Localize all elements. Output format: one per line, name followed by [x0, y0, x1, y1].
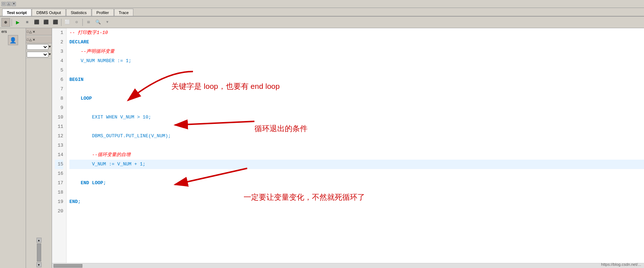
- minimize-icon[interactable]: □: [1, 2, 6, 6]
- dropdown-1-arrow[interactable]: ▼: [49, 45, 51, 49]
- code-line-15: V_NUM := V_NUM + 1;: [69, 160, 644, 169]
- pause-button[interactable]: ⬛: [32, 18, 41, 27]
- code-line-5: [69, 66, 644, 75]
- inspect-icon[interactable]: ⬜: [63, 18, 72, 27]
- dropdown-arrow-icon[interactable]: ▼: [103, 18, 112, 27]
- toolbar-sep2: [61, 19, 61, 26]
- sidebar-label: ers: [0, 30, 26, 34]
- sub-panel-header-2: □ △ ✕: [26, 36, 52, 43]
- step-into-button[interactable]: ⬛: [51, 18, 60, 27]
- code-line-7: [69, 85, 644, 94]
- toolbar-sep1: [12, 19, 12, 26]
- code-kw-begin: BEGIN: [69, 75, 83, 85]
- code-lines[interactable]: -- 打印数字1-10 DECLARE --声明循环变量 V_NUM NUMBE…: [66, 28, 644, 263]
- title-bar-icons[interactable]: □ △ ✕: [1, 2, 16, 6]
- dropdown-2[interactable]: [27, 52, 48, 57]
- code-line-10: EXIT WHEN V_NUM > 10;: [69, 113, 644, 122]
- code-line-18: [69, 188, 644, 197]
- toolbar-sep3: [82, 19, 83, 26]
- panel1-close-x-icon[interactable]: ✕: [33, 30, 35, 34]
- watch-icon[interactable]: ⊙: [72, 18, 81, 27]
- dropdown-row-2[interactable]: ▼: [26, 51, 52, 59]
- code-kw-endloop: END LOOP;: [81, 178, 106, 188]
- panel2-close-x-icon[interactable]: ✕: [33, 38, 35, 42]
- dropdown-2-arrow[interactable]: ▼: [49, 53, 51, 56]
- tab-dbms-output[interactable]: DBMS Output: [32, 9, 66, 16]
- code-line-19: END;: [69, 197, 644, 207]
- tab-trace[interactable]: Trace: [114, 9, 134, 16]
- code-line-11: [69, 122, 644, 131]
- code-comment-1: -- 打印数字1-10: [69, 28, 108, 38]
- panel2-close-icon[interactable]: □: [27, 38, 29, 42]
- code-line-4: V_NUM NUMBER := 1;: [69, 56, 644, 66]
- tab-statistics[interactable]: Statistics: [66, 9, 91, 16]
- tab-test-script[interactable]: Test script: [2, 9, 31, 16]
- panel2-dock-icon[interactable]: △: [29, 38, 32, 42]
- main-layout: ers 👤 □ △ ✕ □ △ ✕ ▼ ▼: [0, 28, 644, 268]
- tab-profiler[interactable]: Profiler: [92, 9, 114, 16]
- run-button[interactable]: ▶: [13, 18, 22, 27]
- close-icon[interactable]: ✕: [12, 2, 16, 6]
- code-line-9: [69, 103, 644, 113]
- code-line4-content: V_NUM NUMBER := 1;: [69, 56, 132, 66]
- v-scrollbar: ▲ ▼: [26, 237, 52, 268]
- panel1-close-icon[interactable]: □: [27, 30, 29, 34]
- dropdown-1[interactable]: [27, 44, 48, 50]
- code-kw-end: END;: [69, 197, 81, 207]
- scroll-thumb[interactable]: [37, 243, 41, 261]
- sub-panel-header-1: □ △ ✕: [26, 28, 52, 35]
- step-over-button[interactable]: ⬛: [42, 18, 50, 27]
- code-kw-declare: DECLARE: [69, 38, 89, 47]
- code-line-16: [69, 169, 644, 178]
- code-line-12: DBMS_OUTPUT.PUT_LINE(V_NUM);: [69, 131, 644, 141]
- toolbar-left-icon[interactable]: ⊕: [1, 18, 10, 27]
- code-line-8: LOOP: [69, 94, 644, 103]
- sub-sidebar: □ △ ✕ □ △ ✕ ▼ ▼ ▲ ▼: [26, 28, 52, 268]
- code-content: 1 2 3 4 5 6 7 8 9 10 11 12 13 14 15 16 1…: [52, 28, 644, 263]
- user-icon[interactable]: 👤: [8, 35, 18, 45]
- toolbar: ⊕ ▶ ■ ⬛ ⬛ ⬛ ⬜ ⊙ ⊞ 🔍 ▼: [0, 17, 644, 28]
- website-label: https://blog.csdn.net/...: [601, 262, 641, 267]
- restore-icon[interactable]: △: [7, 2, 11, 6]
- tab-bar: Test script DBMS Output Statistics Profi…: [0, 8, 644, 17]
- grid-icon[interactable]: ⊞: [84, 18, 93, 27]
- code-line-14: --循环变量的自增: [69, 150, 644, 160]
- left-sidebar: ers 👤: [0, 28, 26, 268]
- panel1-dock-icon[interactable]: △: [29, 30, 32, 34]
- code-line-1: -- 打印数字1-10: [69, 28, 644, 38]
- line-numbers: 1 2 3 4 5 6 7 8 9 10 11 12 13 14 15 16 1…: [52, 28, 66, 263]
- dropdown-row-1[interactable]: ▼: [26, 43, 52, 51]
- search-icon[interactable]: 🔍: [94, 18, 102, 27]
- code-comment-14: --循环变量的自增: [92, 150, 130, 160]
- code-line12-content: DBMS_OUTPUT.PUT_LINE(V_NUM);: [69, 131, 171, 141]
- code-line-17: END LOOP;: [69, 178, 644, 188]
- code-line-13: [69, 141, 644, 150]
- h-scroll-thumb[interactable]: [53, 264, 82, 268]
- code-line-2: DECLARE: [69, 38, 644, 47]
- h-scrollbar[interactable]: [52, 263, 644, 268]
- code-line10-content: EXIT WHEN V_NUM > 10;: [69, 113, 151, 122]
- code-editor: 1 2 3 4 5 6 7 8 9 10 11 12 13 14 15 16 1…: [52, 28, 644, 268]
- code-line-3: --声明循环变量: [69, 47, 644, 56]
- code-comment-3: --声明循环变量: [81, 47, 115, 56]
- scroll-down-btn[interactable]: ▼: [37, 262, 42, 267]
- stop-button[interactable]: ■: [23, 18, 31, 27]
- code-kw-loop: LOOP: [81, 94, 92, 103]
- scroll-up-btn[interactable]: ▲: [37, 238, 42, 243]
- title-bar: □ △ ✕: [0, 0, 644, 8]
- code-line-20: [69, 207, 644, 216]
- code-line-6: BEGIN: [69, 75, 644, 85]
- sub-sidebar-spacer: [26, 59, 52, 237]
- code-line15-content: V_NUM := V_NUM + 1;: [69, 160, 146, 169]
